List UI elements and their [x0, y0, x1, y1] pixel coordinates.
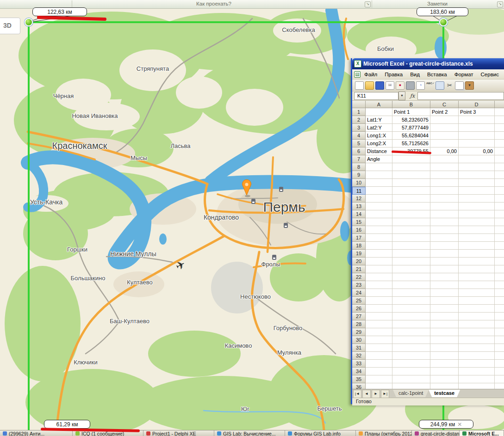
- close-icon[interactable]: ✕: [457, 421, 462, 428]
- grid-cell-A27[interactable]: [366, 313, 392, 320]
- grid-cell-E23[interactable]: [495, 281, 504, 289]
- grid-cell-E36[interactable]: [495, 383, 504, 389]
- grid-cell-D10[interactable]: [459, 179, 495, 187]
- taskbar-button[interactable]: great-circle-distance.g...: [412, 430, 460, 436]
- grid-cell-A3[interactable]: Lat2:Y: [366, 124, 392, 132]
- grid-cell-E12[interactable]: [495, 195, 504, 203]
- sheet-tab-testcase[interactable]: testcase: [429, 390, 460, 397]
- row-header[interactable]: 17: [352, 234, 366, 242]
- grid-cell-B8[interactable]: [392, 163, 430, 171]
- grid-cell-E3[interactable]: [495, 124, 504, 132]
- grid-cell-E15[interactable]: [495, 218, 504, 226]
- row-header[interactable]: 25: [352, 297, 366, 305]
- toolbar-icon[interactable]: ✂: [446, 82, 454, 89]
- grid-cell-E30[interactable]: [495, 336, 504, 344]
- grid-cell-D32[interactable]: [459, 352, 495, 360]
- grid-cell-E14[interactable]: [495, 210, 504, 218]
- toolbar-icon[interactable]: [355, 81, 364, 90]
- grid-cell-A26[interactable]: [366, 305, 392, 313]
- grid-cell-A34[interactable]: [366, 368, 392, 375]
- column-header[interactable]: C: [430, 101, 459, 108]
- grid-cell-B14[interactable]: [392, 210, 430, 218]
- grid-cell-A21[interactable]: [366, 265, 392, 273]
- grid-cell-B20[interactable]: [392, 258, 430, 265]
- grid-cell-D13[interactable]: [459, 203, 495, 210]
- toolbar-icon[interactable]: ABC✓: [426, 82, 434, 89]
- selection-handle-top-right[interactable]: [439, 18, 448, 26]
- grid-cell-D12[interactable]: [459, 195, 495, 203]
- grid-cell-A5[interactable]: Long2:X: [366, 140, 392, 147]
- grid-cell-A35[interactable]: [366, 375, 392, 383]
- grid-cell-A28[interactable]: [366, 320, 392, 328]
- row-header[interactable]: 34: [352, 368, 366, 375]
- grid-cell-A14[interactable]: [366, 210, 392, 218]
- row-header[interactable]: 7: [352, 155, 366, 163]
- grid-cell-D19[interactable]: [459, 250, 495, 258]
- row-header[interactable]: 1: [352, 108, 366, 116]
- grid-cell-D1[interactable]: Point 3: [459, 108, 495, 116]
- grid-cell-C25[interactable]: [430, 297, 459, 305]
- grid-cell-D18[interactable]: [459, 242, 495, 250]
- grid-cell-A36[interactable]: [366, 383, 392, 389]
- grid-cell-E24[interactable]: [495, 289, 504, 297]
- grid-cell-E29[interactable]: [495, 328, 504, 336]
- grid-cell-B10[interactable]: [392, 179, 430, 187]
- grid-cell-D16[interactable]: [459, 226, 495, 234]
- grid-cell-D26[interactable]: [459, 305, 495, 313]
- grid-cell-A7[interactable]: Angle: [366, 155, 392, 163]
- grid-cell-C31[interactable]: [430, 344, 459, 352]
- grid-cell-D7[interactable]: [459, 155, 495, 163]
- toolbar-icon[interactable]: [455, 81, 464, 90]
- grid-cell-C13[interactable]: [430, 203, 459, 210]
- grid-cell-D22[interactable]: [459, 273, 495, 281]
- grid-cell-A2[interactable]: Lat1:Y: [366, 116, 392, 124]
- row-header[interactable]: 4: [352, 132, 366, 140]
- grid-cell-C23[interactable]: [430, 281, 459, 289]
- sheet-nav-button[interactable]: |◄: [353, 390, 361, 398]
- grid-cell-C15[interactable]: [430, 218, 459, 226]
- grid-cell-B4[interactable]: 55,6284044: [392, 132, 430, 140]
- ribbon-group-notes[interactable]: Заметки: [427, 0, 448, 8]
- grid-cell-C21[interactable]: [430, 265, 459, 273]
- grid-cell-D29[interactable]: [459, 328, 495, 336]
- grid-cell-E19[interactable]: [495, 250, 504, 258]
- column-header[interactable]: [495, 101, 504, 108]
- row-header[interactable]: 15: [352, 218, 366, 226]
- grid-cell-C5[interactable]: [430, 140, 459, 147]
- grid-cell-D33[interactable]: [459, 360, 495, 368]
- column-header[interactable]: A: [366, 101, 392, 108]
- grid-cell-A17[interactable]: [366, 234, 392, 242]
- ribbon-group-directions[interactable]: Как проехать?: [196, 0, 231, 8]
- taskbar-button[interactable]: Форумы GIS Lab.info: [285, 430, 356, 436]
- grid-cell-B3[interactable]: 57,8777449: [392, 124, 430, 132]
- grid-cell-D14[interactable]: [459, 210, 495, 218]
- grid-cell-E10[interactable]: [495, 179, 504, 187]
- grid-cell-C29[interactable]: [430, 328, 459, 336]
- row-header[interactable]: 11: [352, 187, 366, 195]
- row-header[interactable]: 20: [352, 258, 366, 265]
- row-header[interactable]: 33: [352, 360, 366, 368]
- grid-cell-E2[interactable]: [495, 116, 504, 124]
- grid-cell-C11[interactable]: [430, 187, 459, 195]
- taskbar-button[interactable]: Microsoft E...: [460, 430, 504, 436]
- grid-cell-E9[interactable]: [495, 171, 504, 179]
- grid-cell-B2[interactable]: 58,2326075: [392, 116, 430, 124]
- grid-cell-D31[interactable]: [459, 344, 495, 352]
- row-header[interactable]: 9: [352, 171, 366, 179]
- grid-cell-E4[interactable]: [495, 132, 504, 140]
- grid-cell-E16[interactable]: [495, 226, 504, 234]
- row-header[interactable]: 36: [352, 383, 366, 389]
- grid-cell-E25[interactable]: [495, 297, 504, 305]
- insert-function-icon[interactable]: ƒx: [410, 93, 415, 99]
- grid-cell-C26[interactable]: [430, 305, 459, 313]
- grid-cell-A4[interactable]: Long1:X: [366, 132, 392, 140]
- toolbar-icon[interactable]: ✉: [386, 81, 394, 90]
- grid-cell-A18[interactable]: [366, 242, 392, 250]
- grid-cell-B9[interactable]: [392, 171, 430, 179]
- grid-cell-C8[interactable]: [430, 163, 459, 171]
- row-header[interactable]: 32: [352, 352, 366, 360]
- grid-cell-B35[interactable]: [392, 375, 430, 383]
- grid-cell-D34[interactable]: [459, 368, 495, 375]
- grid-cell-B31[interactable]: [392, 344, 430, 352]
- grid-cell-C1[interactable]: Point 2: [430, 108, 459, 116]
